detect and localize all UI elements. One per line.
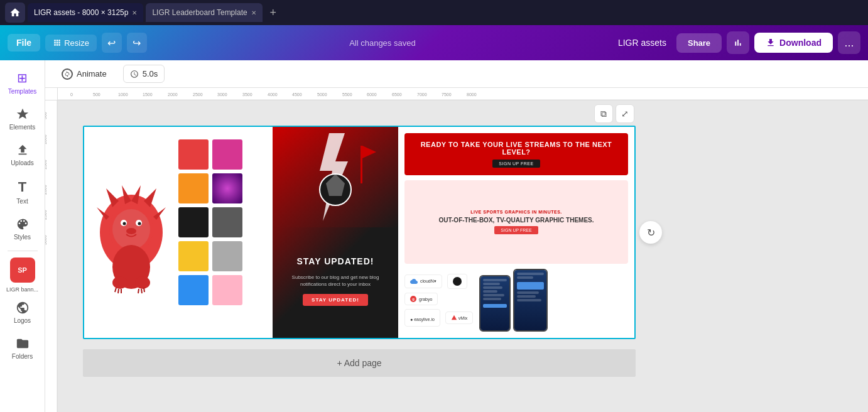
expand-frame-button[interactable]: ⤢ xyxy=(616,104,634,123)
color-swatch-orange xyxy=(178,173,209,203)
design-frame[interactable]: ⧉ ⤢ xyxy=(83,126,636,339)
sidebar-item-folders[interactable]: Folders xyxy=(3,332,43,365)
analytics-button[interactable] xyxy=(727,31,749,54)
animate-bar: Animate 5.0s xyxy=(45,60,868,88)
sidebar-item-uploads[interactable]: Uploads xyxy=(3,138,43,171)
banner-cta-button[interactable]: STAY UPDATED! xyxy=(303,294,368,306)
tab-1[interactable]: LIGR assets - 8000 × 3125p ✕ xyxy=(28,3,143,22)
ad-top-button[interactable]: SIGN UP FREE xyxy=(492,160,540,168)
time-label: 5.0s xyxy=(143,69,158,79)
logo-easylive: ● easylive.io xyxy=(404,309,440,327)
svg-text:7000: 7000 xyxy=(417,92,427,97)
color-swatch-darkgray xyxy=(212,207,242,237)
color-swatch-blue xyxy=(178,275,209,305)
add-page-bar[interactable]: + Add page xyxy=(83,349,636,377)
sidebar: ⊞ Templates Elements Uploads T Text Styl… xyxy=(0,60,45,412)
logos-icon xyxy=(16,301,30,315)
svg-text:5000: 5000 xyxy=(317,92,327,97)
color-swatch-purple xyxy=(212,173,242,203)
svg-text:4500: 4500 xyxy=(292,92,302,97)
tab-2-label: LIGR Leaderboard Template xyxy=(152,8,247,17)
svg-text:5500: 5500 xyxy=(342,92,352,97)
canvas-inner: ⧉ ⤢ xyxy=(58,100,868,412)
title-bar: LIGR assets - 8000 × 3125p ✕ LIGR Leader… xyxy=(0,0,868,25)
color-swatch-gray xyxy=(212,241,242,271)
canvas-workspace[interactable]: ⧉ ⤢ xyxy=(58,100,868,412)
sidebar-item-text[interactable]: T Text xyxy=(3,174,43,210)
svg-text:7500: 7500 xyxy=(442,92,452,97)
logos-row-3: ● easylive.io vMix xyxy=(404,309,473,327)
svg-text:1000: 1000 xyxy=(118,92,128,97)
ruler-left: 500 1000 1500 2000 2500 3000 xyxy=(45,100,58,412)
mobile-screen-2 xyxy=(513,269,548,332)
download-button[interactable]: Download xyxy=(754,33,833,53)
sidebar-item-ligr-banner[interactable]: SP xyxy=(10,258,35,283)
svg-text:2000: 2000 xyxy=(45,185,47,195)
more-options-button[interactable]: ... xyxy=(838,31,860,54)
resize-button[interactable]: Resize xyxy=(45,35,97,52)
lion-logo xyxy=(90,133,172,332)
tab-1-close[interactable]: ✕ xyxy=(132,9,137,16)
sidebar-item-templates[interactable]: ⊞ Templates xyxy=(3,65,43,100)
copy-frame-button[interactable]: ⧉ xyxy=(594,104,613,123)
sidebar-uploads-label: Uploads xyxy=(11,160,34,166)
sidebar-text-label: Text xyxy=(16,198,28,205)
svg-text:2000: 2000 xyxy=(168,92,178,97)
mobile-screen-1 xyxy=(479,275,511,332)
tab-2[interactable]: LIGR Leaderboard Template ✕ xyxy=(146,3,262,22)
redo-button[interactable]: ↪ xyxy=(127,33,147,53)
logos-row-2: g grabyo xyxy=(404,293,473,305)
svg-rect-19 xyxy=(45,100,58,412)
time-button[interactable]: 5.0s xyxy=(123,65,165,83)
svg-point-40 xyxy=(126,228,136,234)
animate-button[interactable]: Animate xyxy=(55,65,113,84)
svg-text:500: 500 xyxy=(93,92,100,97)
undo-button[interactable]: ↩ xyxy=(102,33,122,53)
add-page-label: + Add page xyxy=(337,358,381,368)
logos-row-1: cloudN▾ xyxy=(404,274,473,289)
svg-text:2500: 2500 xyxy=(45,210,47,220)
color-swatch-black xyxy=(178,207,209,237)
add-tab-button[interactable]: + xyxy=(265,4,281,21)
svg-text:3500: 3500 xyxy=(242,92,252,97)
ad-top-title: READY TO TAKE YOUR LIVE STREAMS TO THE N… xyxy=(415,141,618,156)
text-icon: T xyxy=(18,179,26,195)
share-button[interactable]: Share xyxy=(676,33,722,53)
sidebar-item-logos[interactable]: Logos xyxy=(3,296,43,329)
sidebar-item-styles[interactable]: Styles xyxy=(3,212,43,246)
styles-icon xyxy=(16,217,30,231)
svg-marker-50 xyxy=(452,315,457,320)
tab-2-close[interactable]: ✕ xyxy=(251,9,256,16)
logo-vmix: vMix xyxy=(445,312,473,324)
svg-text:0: 0 xyxy=(70,92,73,97)
middle-panel: STAY UPDATED! Subscribe to our blog and … xyxy=(273,127,398,338)
tab-1-label: LIGR assets - 8000 × 3125p xyxy=(34,8,128,17)
svg-point-42 xyxy=(112,276,127,289)
file-button[interactable]: File xyxy=(8,34,40,52)
refresh-button[interactable]: ↻ xyxy=(639,221,662,244)
ruler-top: 0 500 1000 1500 2000 2500 3000 3500 4000… xyxy=(58,88,868,100)
sidebar-item-elements[interactable]: Elements xyxy=(3,102,43,136)
sidebar-styles-label: Styles xyxy=(14,234,31,241)
canvas-container: Animate 5.0s 0 500 1000 1500 2000 xyxy=(45,60,868,412)
main-layout: ⊞ Templates Elements Uploads T Text Styl… xyxy=(0,60,868,412)
svg-text:1000: 1000 xyxy=(45,134,47,144)
svg-text:1500: 1500 xyxy=(45,160,47,170)
svg-text:1500: 1500 xyxy=(143,92,153,97)
folders-icon xyxy=(16,337,30,350)
ad-mid-title: OUT-OF-THE-BOX, TV-QUALITY GRAPHIC THEME… xyxy=(438,217,594,224)
svg-text:6500: 6500 xyxy=(392,92,402,97)
sidebar-folders-label: Folders xyxy=(12,353,33,360)
animate-icon xyxy=(62,68,73,80)
logo-placeholder xyxy=(447,274,467,289)
uploads-icon xyxy=(16,143,30,157)
canvas-area[interactable]: 0 500 1000 1500 2000 2500 3000 3500 4000… xyxy=(45,88,868,412)
home-button[interactable] xyxy=(5,3,25,23)
color-grid xyxy=(178,139,242,305)
ad-mid-button[interactable]: SIGN UP FREE xyxy=(494,226,538,234)
ruler-left-svg: 500 1000 1500 2000 2500 3000 xyxy=(45,100,58,412)
banner-title: STAY UPDATED! xyxy=(297,256,374,266)
svg-rect-0 xyxy=(58,88,868,100)
color-swatch-yellow xyxy=(178,241,209,271)
brand-name: LIGR assets xyxy=(618,38,666,48)
